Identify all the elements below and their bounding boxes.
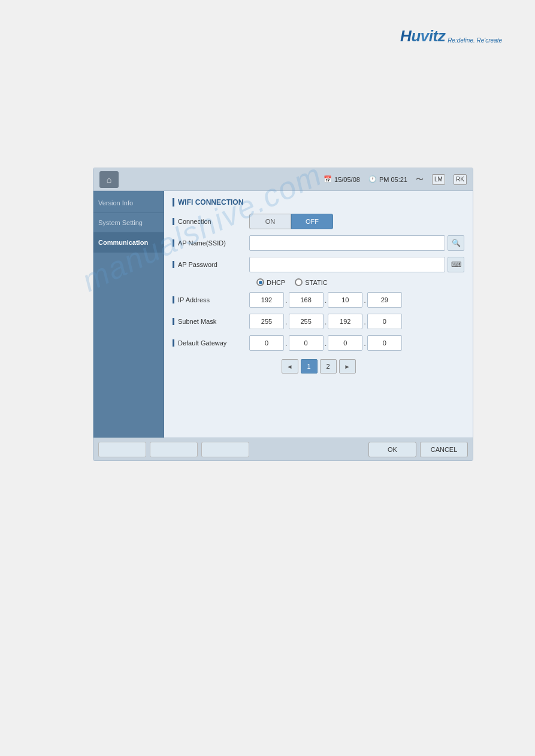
connection-off-button[interactable]: OFF <box>291 214 333 229</box>
pagination: ◄ 1 2 ► <box>173 359 464 374</box>
ip-dot-2: . <box>324 296 328 305</box>
content-panel: WIFI CONNECTION Connection ON OFF AP Nam… <box>164 191 473 438</box>
top-bar-info: 📅 15/05/08 🕐 PM 05:21 〜 LM RK <box>324 174 467 185</box>
ip-octet-2[interactable] <box>289 292 324 308</box>
subnet-dot-3: . <box>362 317 367 326</box>
ip-octet-3[interactable] <box>328 292 362 308</box>
gateway-dot-1: . <box>284 339 289 348</box>
section-title: WIFI CONNECTION <box>173 198 464 207</box>
date-value: 15/05/08 <box>334 176 360 183</box>
ip-address-row: IP Address . . . <box>173 292 464 308</box>
page-2-button[interactable]: 2 <box>320 359 337 374</box>
sidebar-item-communication[interactable]: Communication <box>93 233 164 253</box>
ap-password-input[interactable] <box>249 257 445 272</box>
default-gateway-input-group: . . . <box>249 335 464 351</box>
static-radio[interactable]: STATIC <box>295 278 327 286</box>
subnet-octet-3[interactable] <box>328 314 362 329</box>
subnet-octet-1[interactable] <box>249 314 284 329</box>
home-icon: ⌂ <box>107 175 111 184</box>
ip-dot-3: . <box>362 296 367 305</box>
connection-row: Connection ON OFF <box>173 214 464 229</box>
home-button[interactable]: ⌂ <box>99 171 119 188</box>
badge-rk: RK <box>454 174 467 185</box>
next-arrow-icon: ► <box>344 363 350 370</box>
ip-octet-4[interactable] <box>367 292 402 308</box>
clock-icon: 🕐 <box>368 175 377 183</box>
time-value: PM 05:21 <box>379 176 407 183</box>
bottom-btn-1 <box>98 442 146 457</box>
dhcp-label: DHCP <box>267 279 285 286</box>
subnet-octet-2[interactable] <box>289 314 324 329</box>
cancel-button[interactable]: CANCEL <box>420 442 468 457</box>
search-button[interactable]: 🔍 <box>448 235 464 251</box>
static-label: STATIC <box>305 279 327 286</box>
dhcp-static-group: DHCP STATIC <box>173 278 464 286</box>
top-bar: ⌂ 📅 15/05/08 🕐 PM 05:21 〜 LM RK <box>93 168 473 191</box>
subnet-mask-row: Subnet Mask . . . <box>173 314 464 329</box>
gateway-octet-3[interactable] <box>328 335 362 351</box>
ok-button[interactable]: OK <box>368 442 416 457</box>
bottom-btn-3 <box>201 442 249 457</box>
connection-label: Connection <box>173 218 244 225</box>
sidebar-item-system-setting[interactable]: System Setting <box>93 213 164 233</box>
next-page-button[interactable]: ► <box>339 359 356 374</box>
ap-password-label: AP Password <box>173 261 244 268</box>
ip-dot-1: . <box>284 296 289 305</box>
logo-tagline: Re:define. Re'create <box>448 37 502 45</box>
static-radio-circle <box>295 278 303 286</box>
dhcp-radio[interactable]: DHCP <box>256 278 285 286</box>
gateway-octet-4[interactable] <box>367 335 402 351</box>
default-gateway-label: Default Gateway <box>173 339 244 347</box>
keyboard-button[interactable]: ⌨ <box>448 257 464 272</box>
calendar-icon: 📅 <box>324 175 332 183</box>
connection-on-button[interactable]: ON <box>249 214 291 229</box>
gateway-octet-2[interactable] <box>289 335 324 351</box>
page-1-button[interactable]: 1 <box>301 359 318 374</box>
dhcp-radio-circle <box>256 278 264 286</box>
bottom-btn-2 <box>150 442 198 457</box>
ap-name-row: AP Name(SSID) 🔍 <box>173 235 464 251</box>
sidebar-item-version-info[interactable]: Version Info <box>93 193 164 213</box>
default-gateway-row: Default Gateway . . . <box>173 335 464 351</box>
gateway-dot-2: . <box>324 339 328 348</box>
bottom-bar: OK CANCEL <box>93 438 473 460</box>
time-display: 🕐 PM 05:21 <box>368 175 407 183</box>
ap-password-input-group: ⌨ <box>249 257 464 272</box>
prev-arrow-icon: ◄ <box>287 363 293 370</box>
date-display: 📅 15/05/08 <box>324 175 360 183</box>
ip-address-label: IP Address <box>173 296 244 303</box>
sidebar: Version Info System Setting Communicatio… <box>93 191 164 438</box>
ip-address-input-group: . . . <box>249 292 464 308</box>
badge-lm: LM <box>432 174 445 185</box>
logo-text: Huvitz <box>400 27 445 45</box>
subnet-dot-2: . <box>324 317 328 326</box>
subnet-mask-label: Subnet Mask <box>173 318 244 325</box>
gateway-dot-3: . <box>362 339 367 348</box>
subnet-mask-input-group: . . . <box>249 314 464 329</box>
ap-name-input-group: 🔍 <box>249 235 464 251</box>
bottom-empty-buttons <box>98 442 249 457</box>
connection-btn-group: ON OFF <box>249 214 333 229</box>
keyboard-icon: ⌨ <box>451 260 461 269</box>
subnet-octet-4[interactable] <box>367 314 402 329</box>
main-content-area: Version Info System Setting Communicatio… <box>93 191 473 438</box>
search-icon: 🔍 <box>452 239 461 247</box>
ap-password-row: AP Password ⌨ <box>173 257 464 272</box>
ip-octet-1[interactable] <box>249 292 284 308</box>
ap-name-input[interactable] <box>249 235 445 251</box>
prev-page-button[interactable]: ◄ <box>282 359 298 374</box>
ap-name-label: AP Name(SSID) <box>173 239 244 247</box>
subnet-dot-1: . <box>284 317 289 326</box>
gateway-octet-1[interactable] <box>249 335 284 351</box>
device-ui: ⌂ 📅 15/05/08 🕐 PM 05:21 〜 LM RK Version … <box>93 168 473 461</box>
wifi-icon: 〜 <box>416 174 424 185</box>
logo-area: Huvitz Re:define. Re'create <box>400 27 502 45</box>
